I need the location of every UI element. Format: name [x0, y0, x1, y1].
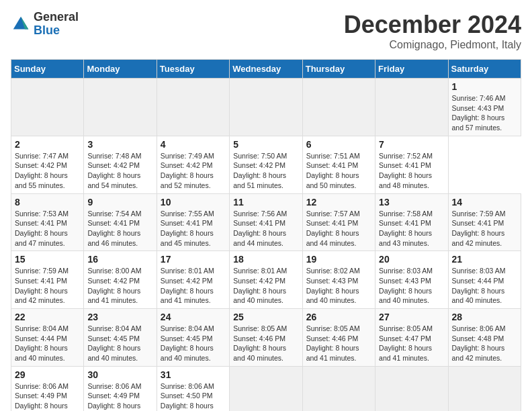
day-number: 7 [379, 139, 444, 150]
week-row-5: 22 Sunrise: 8:04 AM Sunset: 4:44 PM Dayl… [11, 309, 521, 367]
day-info: Sunrise: 8:03 AM Sunset: 4:43 PM Dayligh… [379, 266, 444, 306]
empty-cell [448, 366, 521, 411]
day-info: Sunrise: 8:00 AM Sunset: 4:42 PM Dayligh… [87, 266, 152, 306]
day-cell-22: 22 Sunrise: 8:04 AM Sunset: 4:44 PM Dayl… [11, 309, 84, 367]
week-row-4: 15 Sunrise: 7:59 AM Sunset: 4:41 PM Dayl… [11, 251, 521, 309]
day-info: Sunrise: 7:51 AM Sunset: 4:41 PM Dayligh… [306, 151, 371, 191]
empty-cell [375, 366, 448, 411]
day-cell-21: 21 Sunrise: 8:03 AM Sunset: 4:44 PM Dayl… [448, 251, 521, 309]
title-block: December 2024 Comignago, Piedmont, Italy [344, 11, 521, 51]
day-cell-20: 20 Sunrise: 8:03 AM Sunset: 4:43 PM Dayl… [375, 251, 448, 309]
empty-cell [230, 79, 302, 136]
day-info: Sunrise: 8:06 AM Sunset: 4:49 PM Dayligh… [87, 381, 152, 411]
empty-cell [157, 79, 229, 136]
day-number: 11 [233, 197, 298, 208]
day-number: 31 [161, 369, 226, 380]
day-number: 21 [452, 254, 517, 265]
days-header-row: SundayMondayTuesdayWednesdayThursdayFrid… [11, 60, 521, 79]
day-number: 5 [233, 139, 298, 150]
day-cell-28: 28 Sunrise: 8:06 AM Sunset: 4:48 PM Dayl… [448, 309, 521, 367]
day-number: 26 [306, 312, 371, 322]
day-number: 9 [87, 197, 152, 208]
day-cell-15: 15 Sunrise: 7:59 AM Sunset: 4:41 PM Dayl… [11, 251, 84, 309]
day-info: Sunrise: 8:03 AM Sunset: 4:44 PM Dayligh… [452, 266, 517, 306]
day-header-wednesday: Wednesday [230, 60, 302, 79]
day-info: Sunrise: 8:06 AM Sunset: 4:50 PM Dayligh… [161, 381, 226, 411]
day-cell-3: 3 Sunrise: 7:48 AM Sunset: 4:42 PM Dayli… [84, 136, 157, 193]
day-header-tuesday: Tuesday [157, 60, 229, 79]
day-info: Sunrise: 7:53 AM Sunset: 4:41 PM Dayligh… [15, 209, 80, 248]
day-cell-8: 8 Sunrise: 7:53 AM Sunset: 4:41 PM Dayli… [11, 193, 84, 251]
day-cell-2: 2 Sunrise: 7:47 AM Sunset: 4:42 PM Dayli… [11, 136, 84, 193]
day-number: 20 [379, 254, 444, 265]
logo-general-text: General [34, 10, 79, 24]
day-info: Sunrise: 7:58 AM Sunset: 4:41 PM Dayligh… [379, 209, 444, 248]
empty-cell [230, 366, 302, 411]
week-row-3: 8 Sunrise: 7:53 AM Sunset: 4:41 PM Dayli… [11, 193, 521, 251]
day-cell-13: 13 Sunrise: 7:58 AM Sunset: 4:41 PM Dayl… [375, 193, 448, 251]
day-info: Sunrise: 7:57 AM Sunset: 4:41 PM Dayligh… [306, 209, 371, 248]
day-cell-26: 26 Sunrise: 8:05 AM Sunset: 4:46 PM Dayl… [302, 309, 375, 367]
day-info: Sunrise: 7:47 AM Sunset: 4:42 PM Dayligh… [15, 151, 80, 191]
logo: General Blue [11, 11, 79, 38]
day-cell-4: 4 Sunrise: 7:49 AM Sunset: 4:42 PM Dayli… [157, 136, 229, 193]
day-cell-11: 11 Sunrise: 7:56 AM Sunset: 4:41 PM Dayl… [230, 193, 302, 251]
day-number: 25 [233, 312, 298, 322]
day-number: 4 [161, 139, 226, 150]
day-info: Sunrise: 8:05 AM Sunset: 4:47 PM Dayligh… [379, 324, 444, 363]
day-number: 2 [15, 139, 80, 150]
day-number: 12 [306, 197, 371, 208]
day-number: 3 [87, 139, 152, 150]
day-number: 19 [306, 254, 371, 265]
month-title: December 2024 [344, 11, 521, 39]
day-header-saturday: Saturday [448, 60, 521, 79]
day-number: 6 [306, 139, 371, 150]
day-cell-10: 10 Sunrise: 7:55 AM Sunset: 4:41 PM Dayl… [157, 193, 229, 251]
day-cell-27: 27 Sunrise: 8:05 AM Sunset: 4:47 PM Dayl… [375, 309, 448, 367]
day-cell-7: 7 Sunrise: 7:52 AM Sunset: 4:41 PM Dayli… [375, 136, 448, 193]
day-cell-24: 24 Sunrise: 8:04 AM Sunset: 4:45 PM Dayl… [157, 309, 229, 367]
day-info: Sunrise: 8:05 AM Sunset: 4:46 PM Dayligh… [233, 324, 298, 363]
day-info: Sunrise: 7:46 AM Sunset: 4:43 PM Dayligh… [452, 93, 517, 133]
day-header-monday: Monday [84, 60, 157, 79]
calendar-table: SundayMondayTuesdayWednesdayThursdayFrid… [11, 59, 521, 411]
day-cell-30: 30 Sunrise: 8:06 AM Sunset: 4:49 PM Dayl… [84, 366, 157, 411]
week-row-2: 2 Sunrise: 7:47 AM Sunset: 4:42 PM Dayli… [11, 136, 521, 193]
header: General Blue December 2024 Comignago, Pi… [11, 11, 521, 51]
day-number: 30 [87, 369, 152, 380]
day-number: 18 [233, 254, 298, 265]
day-cell-12: 12 Sunrise: 7:57 AM Sunset: 4:41 PM Dayl… [302, 193, 375, 251]
day-cell-25: 25 Sunrise: 8:05 AM Sunset: 4:46 PM Dayl… [230, 309, 302, 367]
day-number: 15 [15, 254, 80, 265]
logo-icon [11, 14, 31, 34]
day-info: Sunrise: 8:01 AM Sunset: 4:42 PM Dayligh… [161, 266, 226, 306]
day-number: 8 [15, 197, 80, 208]
day-info: Sunrise: 8:04 AM Sunset: 4:45 PM Dayligh… [87, 324, 152, 363]
empty-cell [302, 366, 375, 411]
day-info: Sunrise: 7:59 AM Sunset: 4:41 PM Dayligh… [15, 266, 80, 306]
day-cell-1: 1 Sunrise: 7:46 AM Sunset: 4:43 PM Dayli… [448, 79, 521, 136]
day-cell-31: 31 Sunrise: 8:06 AM Sunset: 4:50 PM Dayl… [157, 366, 229, 411]
day-cell-23: 23 Sunrise: 8:04 AM Sunset: 4:45 PM Dayl… [84, 309, 157, 367]
day-number: 16 [87, 254, 152, 265]
day-number: 27 [379, 312, 444, 322]
day-number: 22 [15, 312, 80, 322]
day-info: Sunrise: 7:59 AM Sunset: 4:41 PM Dayligh… [452, 209, 517, 248]
day-number: 23 [87, 312, 152, 322]
day-info: Sunrise: 7:50 AM Sunset: 4:42 PM Dayligh… [233, 151, 298, 191]
day-info: Sunrise: 7:55 AM Sunset: 4:41 PM Dayligh… [161, 209, 226, 248]
day-info: Sunrise: 7:48 AM Sunset: 4:42 PM Dayligh… [87, 151, 152, 191]
day-info: Sunrise: 8:06 AM Sunset: 4:48 PM Dayligh… [452, 324, 517, 363]
day-cell-6: 6 Sunrise: 7:51 AM Sunset: 4:41 PM Dayli… [302, 136, 375, 193]
day-header-thursday: Thursday [302, 60, 375, 79]
day-number: 17 [161, 254, 226, 265]
day-cell-18: 18 Sunrise: 8:01 AM Sunset: 4:42 PM Dayl… [230, 251, 302, 309]
day-cell-5: 5 Sunrise: 7:50 AM Sunset: 4:42 PM Dayli… [230, 136, 302, 193]
day-info: Sunrise: 8:04 AM Sunset: 4:44 PM Dayligh… [15, 324, 80, 363]
week-row-6: 29 Sunrise: 8:06 AM Sunset: 4:49 PM Dayl… [11, 366, 521, 411]
day-info: Sunrise: 7:56 AM Sunset: 4:41 PM Dayligh… [233, 209, 298, 248]
day-info: Sunrise: 8:04 AM Sunset: 4:45 PM Dayligh… [161, 324, 226, 363]
day-info: Sunrise: 7:54 AM Sunset: 4:41 PM Dayligh… [87, 209, 152, 248]
day-header-friday: Friday [375, 60, 448, 79]
day-cell-14: 14 Sunrise: 7:59 AM Sunset: 4:41 PM Dayl… [448, 193, 521, 251]
